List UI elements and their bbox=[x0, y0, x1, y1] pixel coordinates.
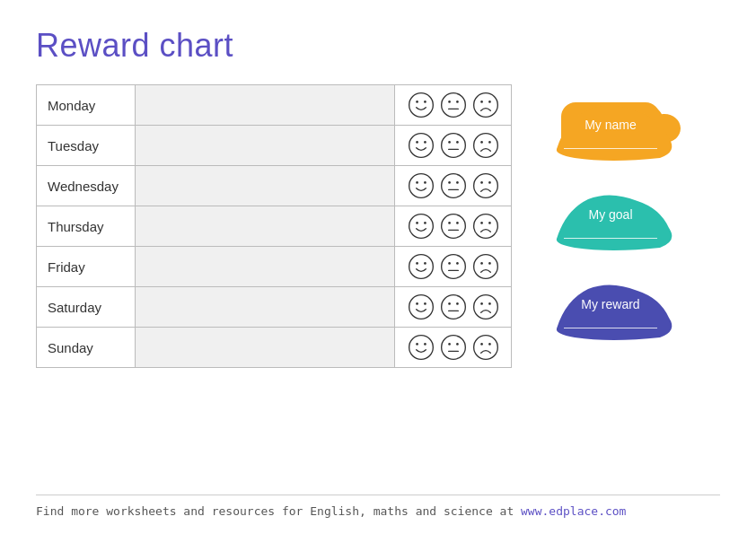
svg-point-9 bbox=[488, 101, 491, 103]
svg-point-52 bbox=[424, 302, 426, 305]
svg-point-53 bbox=[441, 295, 465, 320]
svg-point-65 bbox=[456, 343, 459, 346]
svg-point-47 bbox=[473, 255, 497, 279]
sad-face-icon bbox=[471, 131, 500, 160]
svg-point-20 bbox=[409, 174, 433, 198]
table-row: Thursday bbox=[37, 206, 512, 247]
clouds-sidebar: My name My goal My reward bbox=[539, 84, 682, 345]
svg-point-28 bbox=[480, 181, 483, 184]
cloud-goal: My goal bbox=[539, 183, 682, 255]
svg-point-1 bbox=[416, 101, 418, 103]
svg-point-29 bbox=[488, 181, 491, 184]
svg-point-55 bbox=[456, 302, 459, 305]
main-content: Monday bbox=[36, 84, 720, 368]
day-label: Tuesday bbox=[37, 126, 136, 166]
day-label: Thursday bbox=[37, 206, 136, 247]
svg-point-44 bbox=[448, 262, 451, 265]
faces-cell bbox=[395, 126, 512, 166]
svg-point-19 bbox=[488, 141, 491, 144]
svg-point-8 bbox=[480, 101, 483, 103]
activity-cell bbox=[135, 328, 394, 368]
neutral-face-icon bbox=[439, 91, 468, 119]
faces-cell bbox=[395, 287, 512, 328]
footer-link[interactable]: www.edplace.com bbox=[521, 504, 626, 518]
table-row: Friday bbox=[37, 247, 512, 287]
sad-face-icon bbox=[471, 212, 500, 241]
svg-point-32 bbox=[424, 222, 426, 224]
cloud-name-line bbox=[564, 148, 657, 149]
table-row: Monday bbox=[37, 85, 512, 126]
cloud-reward: My reward bbox=[539, 273, 682, 345]
svg-point-3 bbox=[441, 93, 465, 118]
faces-cell bbox=[395, 206, 512, 247]
svg-point-62 bbox=[424, 343, 426, 346]
svg-point-30 bbox=[409, 214, 433, 239]
activity-cell bbox=[135, 287, 394, 328]
svg-point-33 bbox=[441, 214, 465, 239]
svg-point-61 bbox=[416, 343, 418, 346]
faces-cell bbox=[395, 247, 512, 287]
footer-text: Find more worksheets and resources for E… bbox=[36, 504, 521, 518]
svg-point-39 bbox=[488, 222, 491, 224]
svg-point-5 bbox=[456, 101, 459, 103]
happy-face-icon bbox=[407, 293, 435, 321]
svg-point-50 bbox=[409, 295, 433, 320]
svg-point-48 bbox=[480, 262, 483, 265]
footer: Find more worksheets and resources for E… bbox=[36, 495, 720, 518]
table-row: Sunday bbox=[37, 328, 512, 368]
happy-face-icon bbox=[407, 252, 435, 281]
activity-cell bbox=[135, 166, 394, 206]
table-row: Wednesday bbox=[37, 166, 512, 206]
activity-cell bbox=[135, 206, 394, 247]
table-row: Tuesday bbox=[37, 126, 512, 166]
svg-point-0 bbox=[409, 93, 433, 118]
cloud-reward-line bbox=[564, 328, 657, 328]
reward-chart-table: Monday bbox=[36, 84, 512, 368]
day-label: Friday bbox=[37, 247, 136, 287]
neutral-face-icon bbox=[439, 212, 468, 241]
svg-point-12 bbox=[424, 141, 426, 144]
faces-cell bbox=[395, 85, 512, 126]
day-label: Monday bbox=[37, 85, 136, 126]
svg-point-4 bbox=[448, 101, 451, 103]
cloud-reward-label: My reward bbox=[581, 297, 639, 311]
svg-point-38 bbox=[480, 222, 483, 224]
cloud-name-label: My name bbox=[585, 118, 637, 132]
svg-point-37 bbox=[473, 214, 497, 239]
happy-face-icon bbox=[407, 131, 435, 160]
neutral-face-icon bbox=[439, 252, 468, 281]
svg-point-22 bbox=[424, 181, 426, 184]
svg-point-7 bbox=[473, 93, 497, 118]
svg-point-40 bbox=[409, 255, 433, 279]
neutral-face-icon bbox=[439, 131, 468, 160]
svg-point-2 bbox=[424, 101, 426, 103]
svg-point-27 bbox=[473, 174, 497, 198]
svg-point-49 bbox=[488, 262, 491, 265]
svg-point-10 bbox=[409, 134, 433, 158]
svg-point-60 bbox=[409, 336, 433, 360]
svg-point-67 bbox=[473, 336, 497, 360]
happy-face-icon bbox=[407, 91, 435, 119]
svg-point-25 bbox=[456, 181, 459, 184]
svg-point-58 bbox=[480, 302, 483, 305]
happy-face-icon bbox=[407, 333, 435, 362]
day-label: Saturday bbox=[37, 287, 136, 328]
sad-face-icon bbox=[471, 171, 500, 200]
svg-point-21 bbox=[416, 181, 418, 184]
day-label: Sunday bbox=[37, 328, 136, 368]
sad-face-icon bbox=[471, 252, 500, 281]
svg-point-24 bbox=[448, 181, 451, 184]
neutral-face-icon bbox=[439, 293, 468, 321]
svg-point-14 bbox=[448, 141, 451, 144]
svg-point-41 bbox=[416, 262, 418, 265]
svg-point-57 bbox=[473, 295, 497, 320]
sad-face-icon bbox=[471, 293, 500, 321]
svg-point-23 bbox=[441, 174, 465, 198]
svg-point-45 bbox=[456, 262, 459, 265]
svg-point-15 bbox=[456, 141, 459, 144]
svg-point-34 bbox=[448, 222, 451, 224]
faces-cell bbox=[395, 166, 512, 206]
day-label: Wednesday bbox=[37, 166, 136, 206]
faces-cell bbox=[395, 328, 512, 368]
svg-point-54 bbox=[448, 302, 451, 305]
